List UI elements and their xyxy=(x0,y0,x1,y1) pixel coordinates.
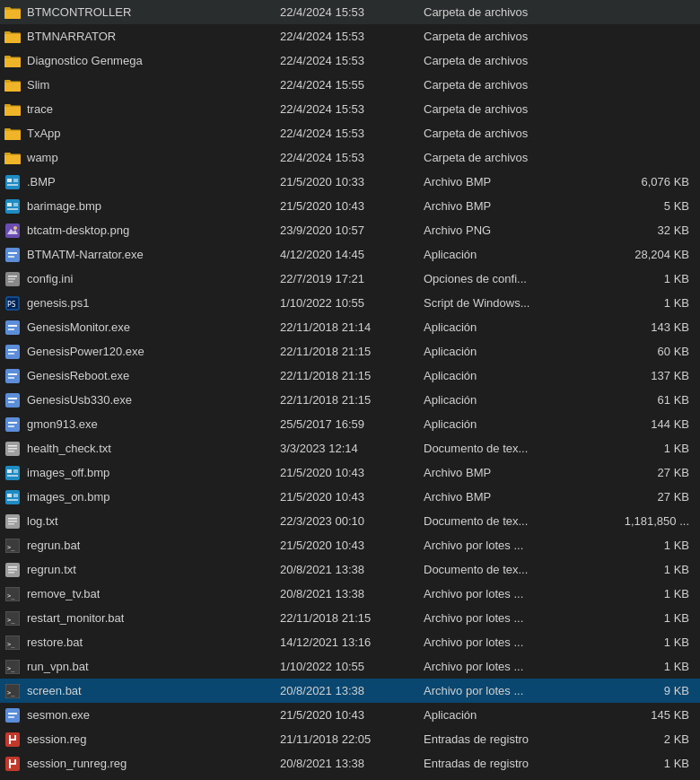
file-name: GenesisReboot.exe xyxy=(27,369,129,382)
table-row[interactable]: regrun.txt20/8/2021 13:38Documento de te… xyxy=(0,557,700,582)
file-name: images_on.bmp xyxy=(27,490,110,504)
file-type: Entradas de registro xyxy=(416,757,569,770)
file-name-col: log.txt xyxy=(4,514,273,529)
file-date: 1/10/2022 10:55 xyxy=(273,296,416,310)
svg-rect-25 xyxy=(8,349,17,351)
file-type: Carpeta de archivos xyxy=(416,30,569,43)
file-icon-reg xyxy=(4,732,22,747)
file-name: regrun.txt xyxy=(27,563,76,576)
table-row[interactable]: Diagnostico Genmega22/4/2024 15:53Carpet… xyxy=(0,48,700,73)
file-name-col: BTMATM-Narrator.exe xyxy=(4,248,273,262)
table-row[interactable]: images_off.bmp21/5/2020 10:43Archivo BMP… xyxy=(0,460,700,485)
table-row[interactable]: log.txt22/3/2023 00:10Documento de tex..… xyxy=(0,509,700,533)
svg-rect-70 xyxy=(8,716,14,718)
file-date: 21/5/2020 10:43 xyxy=(273,466,416,479)
table-row[interactable]: >_ regrun.bat21/5/2020 10:43Archivo por … xyxy=(0,533,700,557)
file-name-col: >_ screen.bat xyxy=(4,684,273,698)
file-name-col: barimage.bmp xyxy=(4,199,273,214)
file-date: 20/8/2021 13:38 xyxy=(273,587,416,600)
table-row[interactable]: wamp22/4/2024 15:53Carpeta de archivos xyxy=(0,145,700,170)
file-size: 1,181,850 ... xyxy=(569,514,696,528)
svg-rect-55 xyxy=(8,566,17,568)
file-name-col: BTMNARRATOR xyxy=(4,30,273,44)
file-size: 145 KB xyxy=(569,708,696,722)
file-name: GenesisPower120.exe xyxy=(27,345,144,358)
file-icon-exe xyxy=(4,417,22,432)
file-icon-bmp xyxy=(4,175,22,189)
file-date: 22/11/2018 21:15 xyxy=(273,611,416,625)
file-name-col: images_off.bmp xyxy=(4,466,273,480)
svg-rect-29 xyxy=(8,377,14,379)
table-row[interactable]: >_ screen.bat20/8/2021 13:38Archivo por … xyxy=(0,679,700,703)
file-icon-bat: >_ xyxy=(4,539,22,553)
table-row[interactable]: >_ remove_tv.bat20/8/2021 13:38Archivo p… xyxy=(0,582,700,606)
file-name: screen.bat xyxy=(27,684,82,697)
table-row[interactable]: >_ run_vpn.bat1/10/2022 10:55Archivo por… xyxy=(0,654,700,679)
svg-rect-21 xyxy=(5,320,20,335)
table-row[interactable]: sesmon.exe21/5/2020 10:43Aplicación145 K… xyxy=(0,703,700,727)
table-row[interactable]: >_ restore.bat14/12/2021 13:16Archivo po… xyxy=(0,630,700,654)
table-row[interactable]: GenesisUsb330.exe22/11/2018 21:15Aplicac… xyxy=(0,388,700,412)
table-row[interactable]: PS genesis.ps11/10/2022 10:55Script de W… xyxy=(0,291,700,315)
table-row[interactable]: session.reg21/11/2018 22:05Entradas de r… xyxy=(0,727,700,751)
file-type: Archivo por lotes ... xyxy=(416,684,569,697)
table-row[interactable]: session_runreg.reg20/8/2021 13:38Entrada… xyxy=(0,751,700,776)
file-name: trace xyxy=(27,102,53,116)
table-row[interactable]: gmon913.exe25/5/2017 16:59Aplicación144 … xyxy=(0,412,700,436)
table-row[interactable]: btcatm-desktop.png23/9/2020 10:57Archivo… xyxy=(0,218,700,242)
svg-text:>_: >_ xyxy=(7,689,15,697)
table-row[interactable]: barimage.bmp21/5/2020 10:43Archivo BMP5 … xyxy=(0,194,700,218)
table-row[interactable]: Slim22/4/2024 15:55Carpeta de archivos xyxy=(0,73,700,97)
file-type: Archivo BMP xyxy=(416,466,569,479)
table-row[interactable]: images_on.bmp21/5/2020 10:43Archivo BMP2… xyxy=(0,485,700,509)
table-row[interactable]: >_ restart_monitor.bat22/11/2018 21:15Ar… xyxy=(0,606,700,630)
table-row[interactable]: TxApp22/4/2024 15:53Carpeta de archivos xyxy=(0,121,700,145)
table-row[interactable]: GenesisMonitor.exe22/11/2018 21:14Aplica… xyxy=(0,315,700,339)
file-icon-folder xyxy=(4,127,22,141)
file-name-col: sesmon.exe xyxy=(4,708,273,723)
file-icon-folder xyxy=(4,30,22,44)
file-icon-folder xyxy=(4,5,22,20)
svg-text:>_: >_ xyxy=(7,544,15,551)
file-icon-exe xyxy=(4,248,22,262)
svg-rect-78 xyxy=(14,759,16,764)
table-row[interactable]: BTMCONTROLLER22/4/2024 15:53Carpeta de a… xyxy=(0,0,700,24)
table-row[interactable]: GenesisReboot.exe22/11/2018 21:15Aplicac… xyxy=(0,364,700,388)
file-date: 21/5/2020 10:43 xyxy=(273,708,416,722)
file-size: 2 KB xyxy=(569,732,696,746)
svg-rect-56 xyxy=(8,569,17,571)
file-date: 22/11/2018 21:14 xyxy=(273,320,416,334)
file-size: 61 KB xyxy=(569,393,696,407)
file-date: 22/4/2024 15:53 xyxy=(273,5,416,19)
svg-point-10 xyxy=(13,226,17,230)
svg-rect-17 xyxy=(8,281,13,283)
table-row[interactable]: BTMNARRATOR22/4/2024 15:53Carpeta de arc… xyxy=(0,24,700,48)
file-date: 25/5/2017 16:59 xyxy=(273,417,416,431)
file-date: 22/11/2018 21:15 xyxy=(273,345,416,358)
file-date: 3/3/2023 12:14 xyxy=(273,442,416,455)
file-type: Archivo BMP xyxy=(416,199,569,213)
svg-rect-5 xyxy=(7,203,12,206)
svg-rect-11 xyxy=(5,248,20,262)
table-row[interactable]: GenesisPower120.exe22/11/2018 21:15Aplic… xyxy=(0,339,700,364)
table-row[interactable]: BTMATM-Narrator.exe4/12/2020 14:45Aplica… xyxy=(0,242,700,267)
table-row[interactable]: config.ini22/7/2019 17:21Opciones de con… xyxy=(0,267,700,291)
table-row[interactable]: health_check.txt3/3/2023 12:14Documento … xyxy=(0,436,700,460)
file-date: 20/8/2021 13:38 xyxy=(273,684,416,697)
file-name: log.txt xyxy=(27,514,58,528)
svg-rect-2 xyxy=(13,179,18,182)
svg-rect-68 xyxy=(5,708,20,723)
file-date: 22/3/2023 00:10 xyxy=(273,514,416,528)
svg-rect-3 xyxy=(7,184,18,186)
file-icon-bat: >_ xyxy=(4,660,22,674)
table-row[interactable]: .BMP21/5/2020 10:33Archivo BMP6,076 KB xyxy=(0,170,700,194)
file-type: Archivo por lotes ... xyxy=(416,635,569,649)
file-name: regrun.bat xyxy=(27,539,80,552)
file-name: restart_monitor.bat xyxy=(27,611,124,625)
svg-rect-39 xyxy=(8,451,14,452)
svg-rect-45 xyxy=(7,494,12,497)
file-name: GenesisMonitor.exe xyxy=(27,320,130,334)
file-size: 1 KB xyxy=(569,296,696,310)
table-row[interactable]: trace22/4/2024 15:53Carpeta de archivos xyxy=(0,97,700,121)
file-name: btcatm-desktop.png xyxy=(27,223,129,237)
